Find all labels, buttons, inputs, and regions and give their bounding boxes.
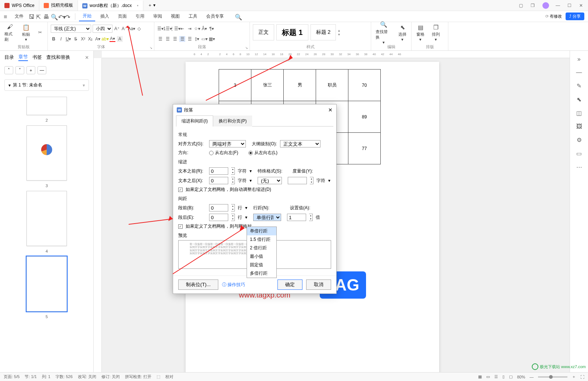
status-overwrite[interactable]: 改写: 关闭 xyxy=(78,374,96,380)
align-dist-icon[interactable]: ☰ xyxy=(187,36,193,42)
zoom-slider[interactable] xyxy=(538,376,567,378)
menu-insert[interactable]: 插入 xyxy=(97,12,113,21)
strike-icon[interactable]: S̶ xyxy=(73,36,79,42)
view-print-icon[interactable]: ▦ xyxy=(478,374,482,379)
show-marks-icon[interactable]: ¶▾ xyxy=(209,26,215,32)
grid-align-checkbox[interactable]: ✓ xyxy=(178,224,183,229)
zoom-in-icon[interactable]: ＋ xyxy=(572,374,576,380)
nav-down-button[interactable]: ˅ xyxy=(15,66,24,74)
change-case-icon[interactable]: Aa▾ xyxy=(129,26,135,32)
panel-close-icon[interactable]: ✕ xyxy=(85,55,89,60)
space-after-input[interactable] xyxy=(209,214,228,221)
paste-button[interactable]: 📋粘贴▾ xyxy=(20,23,32,42)
menu-file[interactable]: 文件 xyxy=(11,12,27,21)
add-section-button[interactable]: ＋ xyxy=(26,66,35,74)
page-thumb-4[interactable] xyxy=(26,191,67,246)
status-proof[interactable]: 校对 xyxy=(165,374,173,380)
lp-tab-bookmarks[interactable]: 书签 xyxy=(32,54,42,61)
clear-format-icon[interactable]: ◇ xyxy=(136,26,142,32)
space-before-input[interactable] xyxy=(209,204,228,211)
style-h2[interactable]: 标题 2 xyxy=(311,24,336,40)
ltr-radio[interactable]: 从左向右(L) xyxy=(248,150,277,156)
bullets-icon[interactable]: ☰▾ xyxy=(157,26,163,32)
superscript-icon[interactable]: X² xyxy=(80,36,86,42)
italic-icon[interactable]: I xyxy=(58,36,64,42)
collapse-icon[interactable]: » xyxy=(577,56,581,63)
status-words[interactable]: 字数: 526 xyxy=(55,374,72,380)
dropdown-item-multiple[interactable]: 多倍行距 xyxy=(247,269,276,278)
menu-home[interactable]: 开始 xyxy=(79,11,95,21)
paragraph-launcher-icon[interactable]: ↘ xyxy=(245,46,249,50)
print-icon[interactable]: 🖶 xyxy=(43,14,49,19)
tips-link[interactable]: ⓘ 操作技巧 xyxy=(222,282,245,288)
pen-icon[interactable]: ✎ xyxy=(577,82,581,89)
status-page[interactable]: 页面: 5/5 xyxy=(4,374,19,380)
before-text-input[interactable] xyxy=(209,167,228,175)
pane-button[interactable]: ▤窗格▾ xyxy=(415,23,426,42)
subscript-icon[interactable]: X₂ xyxy=(87,36,93,42)
shapes-icon[interactable]: ◫ xyxy=(576,110,582,117)
sort-icon[interactable]: Â▾ xyxy=(201,26,207,32)
underline-icon[interactable]: U▾ xyxy=(65,36,71,42)
highlight-icon[interactable]: ab▾ xyxy=(102,36,108,42)
font-size-select[interactable]: 小四 xyxy=(93,25,112,33)
zoom-out-icon[interactable]: — xyxy=(530,375,534,379)
tabstops-button[interactable]: 制表位(T)... xyxy=(178,279,218,290)
line-spacing-select[interactable]: 单倍行距 xyxy=(253,214,281,221)
dropdown-item-single[interactable]: 单倍行距 xyxy=(247,227,276,235)
setat-input[interactable] xyxy=(287,214,306,221)
horizontal-ruler[interactable]: 6422468101214161820222426283032343638404… xyxy=(102,51,570,58)
char-shading-icon[interactable]: A xyxy=(117,36,123,42)
font-family-select[interactable]: 等线 (正文) xyxy=(51,25,91,33)
shrink-font-icon[interactable]: A⁻ xyxy=(121,26,127,32)
page-thumb-5[interactable] xyxy=(26,256,67,311)
dialog-close-icon[interactable]: ✕ xyxy=(328,107,333,113)
select-button[interactable]: ⬉选择▾ xyxy=(397,23,408,42)
menu-ref[interactable]: 引用 xyxy=(132,12,148,21)
remove-section-button[interactable]: — xyxy=(37,66,46,74)
font-launcher-icon[interactable]: ↘ xyxy=(150,46,153,50)
align-right-icon[interactable]: ☰ xyxy=(172,36,178,42)
grow-font-icon[interactable]: A⁺ xyxy=(114,26,120,32)
menu-member[interactable]: 会员专享 xyxy=(202,12,227,21)
tab-add[interactable]: ＋ ▾ xyxy=(143,0,160,11)
dlg-tab-indent[interactable]: 缩进和间距(I) xyxy=(176,115,213,127)
dlg-tab-lineflow[interactable]: 换行和分页(P) xyxy=(213,115,252,127)
spinner[interactable]: ▴▾ xyxy=(231,214,235,221)
style-h1[interactable]: 标题 1 xyxy=(276,24,308,40)
status-spell[interactable]: 拼写检查: 打开 xyxy=(125,374,151,380)
page-thumb-3[interactable] xyxy=(26,125,67,181)
book-icon[interactable]: ▭ xyxy=(576,150,582,157)
section-item[interactable]: ▾ 第 1 节: 未命名 ▾ xyxy=(4,79,89,91)
find-replace-button[interactable]: 🔍查找替换▾ xyxy=(374,20,393,45)
fullscreen-icon[interactable]: ⛶ xyxy=(580,375,584,379)
measure-input[interactable] xyxy=(288,177,307,184)
close-icon[interactable]: ✕ xyxy=(579,3,584,8)
minimize-icon[interactable]: — xyxy=(556,3,561,8)
shading-icon[interactable]: ▭▾ xyxy=(201,36,207,42)
undo-icon[interactable]: ↶▾ xyxy=(58,14,64,19)
more-icon[interactable]: ⋯ xyxy=(576,164,582,171)
style-more-icon[interactable]: ▴▾ xyxy=(338,28,340,36)
spinner[interactable]: ▴▾ xyxy=(231,177,235,184)
line-spacing-icon[interactable]: ‡▾ xyxy=(194,36,200,42)
style-normal[interactable]: 正文 xyxy=(253,24,274,40)
pointer-icon[interactable]: ⬉ xyxy=(577,96,581,103)
tab-templates[interactable]: 找稻壳模板 xyxy=(39,0,78,11)
page-thumb-2[interactable] xyxy=(26,97,67,115)
spinner[interactable]: ▴▾ xyxy=(309,214,313,221)
spinner[interactable]: ▴▾ xyxy=(231,204,235,211)
minus-icon[interactable]: — xyxy=(576,69,582,76)
text-effects-icon[interactable]: A▾ xyxy=(95,36,101,42)
menu-page[interactable]: 页面 xyxy=(114,12,130,21)
grid-indent-checkbox[interactable]: ✓ xyxy=(178,188,183,192)
indent-dec-icon[interactable]: ⇤ xyxy=(179,26,185,32)
layout-icon[interactable]: ▢ xyxy=(519,3,524,8)
lp-tab-findreplace[interactable]: 查找和替换 xyxy=(46,54,70,61)
dropdown-item-1p5[interactable]: 1.5 倍行距 xyxy=(247,235,276,244)
nav-up-button[interactable]: ˄ xyxy=(4,66,13,74)
search-icon[interactable]: 🔍 xyxy=(235,14,241,19)
ok-button[interactable]: 确定 xyxy=(277,279,302,290)
cube-icon[interactable]: ❒ xyxy=(531,3,536,8)
align-justify-icon[interactable]: ☰ xyxy=(179,36,185,42)
